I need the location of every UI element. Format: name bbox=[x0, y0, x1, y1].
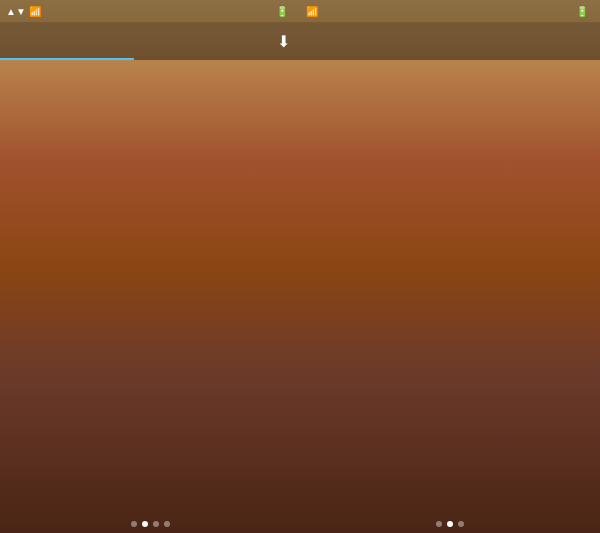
rdot-3 bbox=[458, 521, 464, 527]
rdot-1 bbox=[436, 521, 442, 527]
left-status-bar: ▲▼ 📶 🔋 bbox=[0, 0, 300, 22]
rdot-2 bbox=[447, 521, 453, 527]
right-header bbox=[300, 22, 600, 60]
left-wifi-icon: 📶 bbox=[29, 6, 41, 17]
left-signal-icon: ▲▼ bbox=[6, 6, 26, 17]
left-battery-icon: 🔋 bbox=[276, 6, 288, 17]
dot-1 bbox=[131, 521, 137, 527]
download-icon[interactable]: ⬇ bbox=[267, 32, 300, 51]
dot-3 bbox=[153, 521, 159, 527]
right-panel: 📶 🔋 bbox=[300, 0, 600, 533]
dot-2 bbox=[142, 521, 148, 527]
left-page-indicator bbox=[0, 515, 300, 533]
right-wifi-icon: 📶 bbox=[306, 6, 318, 17]
right-status-bar: 📶 🔋 bbox=[300, 0, 600, 22]
left-app-grid bbox=[0, 60, 300, 515]
right-battery-icon: 🔋 bbox=[576, 6, 588, 17]
right-app-grid bbox=[300, 60, 600, 515]
left-panel: ▲▼ 📶 🔋 ⬇ bbox=[0, 0, 300, 533]
dot-4 bbox=[164, 521, 170, 527]
tab-applicazioni[interactable] bbox=[0, 22, 134, 60]
left-tab-bar: ⬇ bbox=[0, 22, 300, 60]
tab-widget[interactable] bbox=[134, 22, 268, 60]
right-page-indicator bbox=[300, 515, 600, 533]
